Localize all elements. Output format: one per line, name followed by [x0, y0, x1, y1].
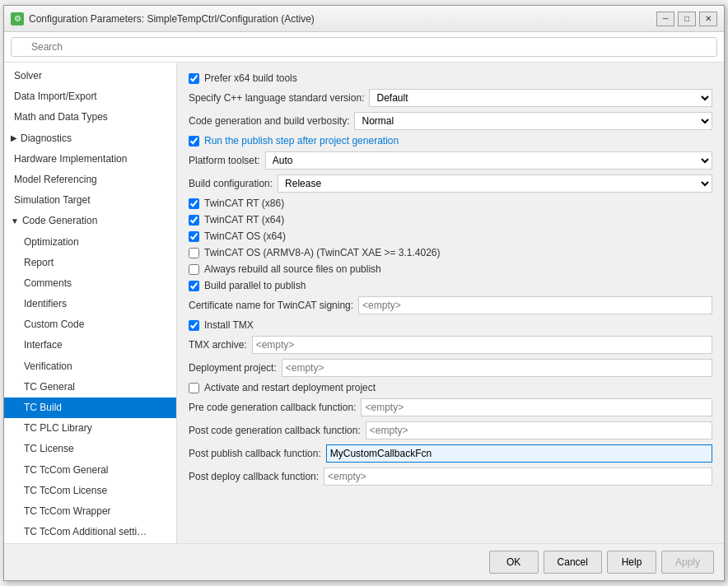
install-tmx-row: Install TMX — [189, 319, 712, 331]
minimize-button[interactable]: ─ — [656, 12, 674, 26]
code-gen-arrow: ▼ — [11, 215, 19, 228]
sidebar-item-identifiers[interactable]: Identifiers — [4, 294, 176, 314]
sidebar-item-code-gen[interactable]: ▼ Code Generation — [4, 211, 176, 231]
sidebar-item-hardware-impl[interactable]: Hardware Implementation — [4, 149, 176, 170]
install-tmx-text: Install TMX — [204, 319, 254, 331]
platform-toolset-select[interactable]: Auto — [265, 151, 712, 170]
apply-button[interactable]: Apply — [661, 551, 714, 574]
platform-toolset-row: Platform toolset: Auto — [189, 151, 712, 170]
main-content: Solver Data Import/Export Math and Data … — [4, 63, 724, 543]
sidebar-item-tc-license[interactable]: TC License — [4, 439, 176, 459]
activate-restart-label[interactable]: Activate and restart deployment project — [189, 382, 376, 393]
twincat-os-x64-label[interactable]: TwinCAT OS (x64) — [189, 230, 286, 242]
maximize-button[interactable]: □ — [678, 12, 696, 26]
always-rebuild-row: Always rebuild all source files on publi… — [189, 263, 712, 275]
build-parallel-label[interactable]: Build parallel to publish — [189, 280, 306, 291]
title-bar-left: ⚙ Configuration Parameters: SimpleTempCt… — [11, 12, 315, 26]
sidebar-item-interface[interactable]: Interface — [4, 335, 176, 356]
post-code-gen-label: Post code generation callback function: — [189, 425, 361, 436]
verbosity-select[interactable]: Normal — [354, 112, 712, 130]
sidebar-item-optimization[interactable]: Optimization — [4, 232, 176, 253]
tmx-archive-row: TMX archive: — [189, 336, 712, 354]
help-button[interactable]: Help — [607, 551, 656, 574]
twincat-rt-x86-checkbox[interactable] — [189, 198, 199, 209]
cpp-standard-label: Specify C++ language standard version: — [189, 92, 364, 104]
twincat-os-armv8-row: TwinCAT OS (ARMV8-A) (TwinCAT XAE >= 3.1… — [189, 247, 712, 258]
activate-restart-checkbox[interactable] — [189, 383, 199, 393]
post-publish-row: Post publish callback function: — [189, 444, 712, 463]
sidebar-item-custom-code[interactable]: Custom Code — [4, 314, 176, 335]
cancel-button[interactable]: Cancel — [544, 551, 602, 574]
sidebar-item-data-import-export[interactable]: Data Import/Export — [4, 86, 176, 107]
twincat-rt-x64-row: TwinCAT RT (x64) — [189, 214, 712, 226]
sidebar-item-code-gen-label: Code Generation — [22, 213, 97, 229]
sidebar-item-tc-general[interactable]: TC General — [4, 377, 176, 398]
deployment-project-row: Deployment project: — [189, 359, 712, 377]
sidebar-item-report[interactable]: Report — [4, 253, 176, 273]
cpp-standard-select[interactable]: Default — [369, 89, 712, 107]
twincat-rt-x64-text: TwinCAT RT (x64) — [204, 214, 284, 226]
search-bar: 🔍 — [4, 32, 724, 63]
build-parallel-text: Build parallel to publish — [204, 280, 306, 291]
build-config-select[interactable]: Release — [278, 174, 712, 193]
prefer-x64-row: Prefer x64 build tools — [189, 72, 712, 84]
run-publish-row: Run the publish step after project gener… — [189, 135, 712, 146]
tmx-archive-label: TMX archive: — [189, 339, 247, 351]
post-deploy-input[interactable] — [324, 467, 712, 486]
sidebar-item-model-ref[interactable]: Model Referencing — [4, 170, 176, 190]
install-tmx-label[interactable]: Install TMX — [189, 319, 254, 331]
always-rebuild-label[interactable]: Always rebuild all source files on publi… — [189, 263, 381, 275]
tmx-archive-input[interactable] — [252, 336, 712, 354]
sidebar-item-tc-tcom-general[interactable]: TC TcCom General — [4, 460, 176, 481]
twincat-os-armv8-checkbox[interactable] — [189, 248, 199, 258]
sidebar: Solver Data Import/Export Math and Data … — [4, 63, 177, 543]
activate-restart-row: Activate and restart deployment project — [189, 382, 712, 393]
twincat-os-x64-checkbox[interactable] — [189, 231, 199, 242]
build-parallel-checkbox[interactable] — [189, 281, 199, 291]
sidebar-item-tc-plc-library[interactable]: TC PLC Library — [4, 418, 176, 439]
run-publish-label[interactable]: Run the publish step after project gener… — [189, 135, 399, 146]
pre-code-gen-row: Pre code generation callback function: — [189, 398, 712, 416]
verbosity-label: Code generation and build verbosity: — [189, 115, 349, 127]
prefer-x64-checkbox[interactable] — [189, 73, 199, 84]
sidebar-item-sim-target[interactable]: Simulation Target — [4, 190, 176, 211]
sidebar-item-tc-tcom-additional[interactable]: TC TcCom Additional setti… — [4, 522, 176, 542]
twincat-rt-x86-row: TwinCAT RT (x86) — [189, 198, 712, 209]
sidebar-item-verification[interactable]: Verification — [4, 356, 176, 377]
post-deploy-label: Post deploy callback function: — [189, 471, 319, 482]
search-input[interactable] — [11, 37, 717, 57]
twincat-rt-x86-label[interactable]: TwinCAT RT (x86) — [189, 198, 284, 209]
sidebar-item-tc-tcom-wrapper[interactable]: TC TcCom Wrapper — [4, 501, 176, 522]
sidebar-item-diagnostics[interactable]: ▶ Diagnostics — [4, 128, 176, 149]
post-publish-label: Post publish callback function: — [189, 448, 321, 459]
always-rebuild-checkbox[interactable] — [189, 264, 199, 275]
deployment-project-input[interactable] — [282, 359, 712, 377]
cert-name-row: Certificate name for TwinCAT signing: — [189, 296, 712, 314]
post-publish-input[interactable] — [326, 444, 712, 463]
twincat-os-x64-row: TwinCAT OS (x64) — [189, 230, 712, 242]
ok-button[interactable]: OK — [489, 551, 539, 574]
sidebar-item-math-data-types[interactable]: Math and Data Types — [4, 107, 176, 128]
sidebar-item-tc-build[interactable]: TC Build — [4, 398, 176, 418]
deployment-project-label: Deployment project: — [189, 362, 277, 374]
sidebar-item-solver[interactable]: Solver — [4, 66, 176, 86]
prefer-x64-label[interactable]: Prefer x64 build tools — [189, 72, 297, 84]
run-publish-checkbox[interactable] — [189, 136, 199, 146]
window-title: Configuration Parameters: SimpleTempCtrl… — [29, 13, 315, 25]
sidebar-item-comments[interactable]: Comments — [4, 273, 176, 294]
install-tmx-checkbox[interactable] — [189, 320, 199, 331]
build-parallel-row: Build parallel to publish — [189, 280, 712, 291]
cert-name-label: Certificate name for TwinCAT signing: — [189, 300, 353, 311]
build-config-row: Build configuration: Release — [189, 174, 712, 193]
pre-code-gen-input[interactable] — [361, 398, 712, 416]
post-code-gen-input[interactable] — [366, 421, 712, 440]
twincat-rt-x64-label[interactable]: TwinCAT RT (x64) — [189, 214, 284, 226]
twincat-rt-x64-checkbox[interactable] — [189, 215, 199, 226]
sidebar-item-tc-tcom-license[interactable]: TC TcCom License — [4, 481, 176, 501]
content-area: Prefer x64 build tools Specify C++ langu… — [177, 63, 724, 543]
close-button[interactable]: ✕ — [699, 12, 717, 26]
cert-name-input[interactable] — [358, 296, 712, 314]
platform-toolset-label: Platform toolset: — [189, 155, 260, 166]
twincat-os-armv8-label[interactable]: TwinCAT OS (ARMV8-A) (TwinCAT XAE >= 3.1… — [189, 247, 441, 258]
prefer-x64-text: Prefer x64 build tools — [204, 72, 297, 84]
